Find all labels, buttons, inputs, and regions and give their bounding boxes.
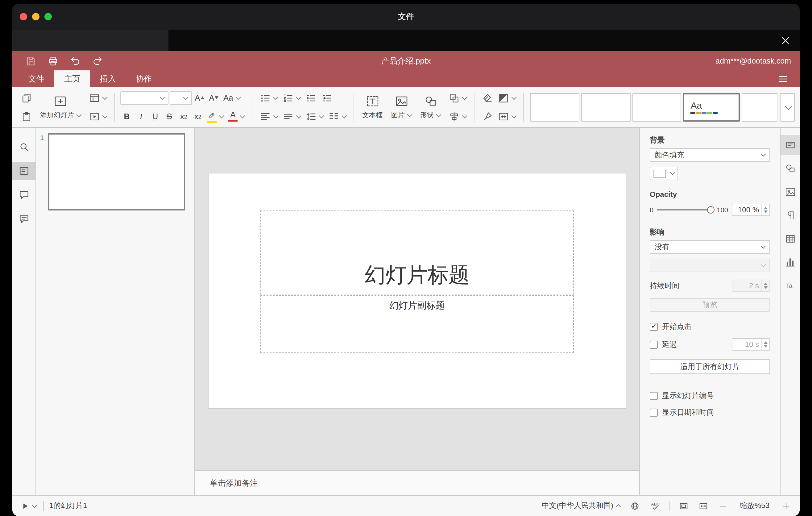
- apply-to-all-button[interactable]: 适用于所有幻灯片: [650, 359, 770, 374]
- preview-button[interactable]: 预览: [650, 298, 770, 312]
- insert-image-button[interactable]: 图片: [387, 89, 416, 125]
- paste-button[interactable]: [19, 110, 34, 123]
- close-traffic-light[interactable]: [20, 13, 27, 20]
- theme-option[interactable]: [632, 93, 682, 121]
- vertical-align-button[interactable]: [281, 110, 302, 123]
- increase-indent-button[interactable]: [320, 91, 335, 105]
- close-button[interactable]: [779, 34, 792, 47]
- start-slideshow-toolbar-button[interactable]: [87, 110, 109, 123]
- minimize-traffic-light[interactable]: [32, 13, 39, 20]
- print-button[interactable]: [46, 53, 60, 68]
- columns-button[interactable]: [326, 110, 348, 123]
- subscript-button[interactable]: x2: [191, 109, 204, 124]
- change-case-button[interactable]: Aa: [222, 93, 242, 103]
- document-language-button[interactable]: [629, 500, 641, 512]
- numbering-button[interactable]: [281, 91, 302, 105]
- spinner-arrows[interactable]: [761, 339, 770, 350]
- slider-knob[interactable]: [707, 206, 714, 213]
- language-select[interactable]: 中文(中华人民共和国): [541, 499, 621, 512]
- line-spacing-button[interactable]: [303, 110, 325, 123]
- insert-shape-button[interactable]: 形状: [416, 89, 445, 125]
- align-shape-button[interactable]: [447, 110, 468, 123]
- background-label: 背景: [650, 135, 770, 146]
- slide-thumbnail[interactable]: [48, 133, 185, 210]
- increase-font-button[interactable]: A: [193, 90, 206, 106]
- opacity-slider[interactable]: [657, 205, 713, 214]
- redo-button[interactable]: [90, 53, 105, 68]
- notes-area[interactable]: 单击添加备注: [195, 470, 639, 495]
- spellcheck-button[interactable]: [648, 499, 662, 513]
- font-name-select[interactable]: [120, 91, 169, 105]
- paragraph-settings-tab[interactable]: [780, 205, 800, 225]
- change-layout-button[interactable]: [87, 91, 109, 105]
- decrease-indent-button[interactable]: [303, 91, 318, 105]
- clear-style-button[interactable]: [480, 91, 495, 105]
- save-button[interactable]: [24, 53, 38, 68]
- delay-input[interactable]: 10 s: [732, 338, 770, 351]
- theme-option[interactable]: [530, 93, 579, 121]
- slide-subtitle-placeholder[interactable]: 幻灯片副标题: [260, 295, 574, 353]
- hamburger-menu-button[interactable]: [774, 70, 792, 87]
- zoom-in-button[interactable]: [780, 500, 792, 512]
- slide[interactable]: 幻灯片标题 幻灯片副标题: [208, 173, 626, 408]
- theme-gallery-expand-button[interactable]: [780, 93, 795, 121]
- slide-canvas[interactable]: 幻灯片标题 幻灯片副标题: [195, 128, 639, 470]
- tab-home[interactable]: 主页: [54, 70, 90, 87]
- background-fill-select[interactable]: 颜色填充: [650, 148, 770, 162]
- app-window: 文件 产品介绍.pptx adm***@dootask.com: [12, 4, 800, 516]
- opacity-input[interactable]: 100 %: [732, 204, 770, 216]
- image-settings-tab[interactable]: [780, 182, 800, 202]
- effect-select[interactable]: 没有: [650, 240, 770, 254]
- bold-button[interactable]: B: [120, 109, 133, 124]
- start-on-click-checkbox[interactable]: 开始点击: [650, 322, 770, 332]
- format-brush-icon: [482, 111, 493, 122]
- tab-file[interactable]: 文件: [19, 70, 54, 87]
- fit-to-slide-button[interactable]: [677, 500, 690, 512]
- theme-option[interactable]: [581, 93, 631, 121]
- slides-panel-button[interactable]: [12, 162, 35, 180]
- show-date-time-checkbox[interactable]: 显示日期和时间: [650, 407, 770, 418]
- spinner-arrows[interactable]: [761, 204, 770, 216]
- copy-style-button[interactable]: [480, 110, 495, 123]
- slide-size-button[interactable]: [496, 110, 518, 123]
- arrange-shape-button[interactable]: [447, 91, 468, 105]
- table-settings-tab[interactable]: [780, 229, 800, 249]
- background-color-select[interactable]: [650, 167, 678, 180]
- delay-checkbox[interactable]: 延迟: [650, 339, 677, 350]
- fit-to-width-button[interactable]: [697, 500, 709, 512]
- shape-settings-tab[interactable]: [780, 159, 800, 178]
- zoom-out-button[interactable]: [717, 500, 729, 512]
- font-size-select[interactable]: [170, 91, 192, 105]
- superscript-button[interactable]: x2: [177, 109, 190, 124]
- slideshow-start-button[interactable]: [20, 500, 38, 511]
- highlight-color-button[interactable]: [205, 109, 225, 124]
- show-slide-number-checkbox[interactable]: 显示幻灯片编号: [650, 391, 770, 401]
- chart-settings-tab[interactable]: [780, 253, 800, 272]
- tab-collaboration[interactable]: 协作: [126, 70, 162, 87]
- slide-title-placeholder[interactable]: 幻灯片标题: [260, 210, 574, 294]
- eraser-icon: [482, 92, 493, 104]
- tab-insert[interactable]: 插入: [90, 70, 126, 87]
- copy-button[interactable]: [19, 91, 34, 105]
- insert-textbox-button[interactable]: 文本框: [358, 89, 387, 125]
- horizontal-align-button[interactable]: [258, 110, 280, 123]
- theme-option-selected[interactable]: Aa: [683, 93, 740, 121]
- color-scheme-button[interactable]: [496, 91, 518, 105]
- slide-settings-tab[interactable]: [780, 135, 800, 155]
- font-color-button[interactable]: A: [227, 110, 246, 123]
- zoom-traffic-light[interactable]: [45, 13, 52, 20]
- chat-panel-button[interactable]: [12, 210, 35, 228]
- columns-icon: [328, 111, 339, 122]
- underline-button[interactable]: U: [149, 109, 162, 124]
- italic-button[interactable]: I: [135, 109, 147, 124]
- textart-settings-tab[interactable]: [780, 276, 800, 296]
- search-button[interactable]: [12, 138, 35, 156]
- theme-option[interactable]: [742, 93, 778, 121]
- strikethrough-button[interactable]: S: [163, 109, 176, 124]
- undo-button[interactable]: [68, 53, 83, 68]
- add-slide-button[interactable]: 添加幻灯片: [36, 89, 85, 125]
- decrease-font-button[interactable]: A: [207, 90, 220, 106]
- chevron-down-icon: [462, 94, 467, 100]
- comments-panel-button[interactable]: [12, 186, 35, 204]
- bullets-button[interactable]: [258, 91, 280, 105]
